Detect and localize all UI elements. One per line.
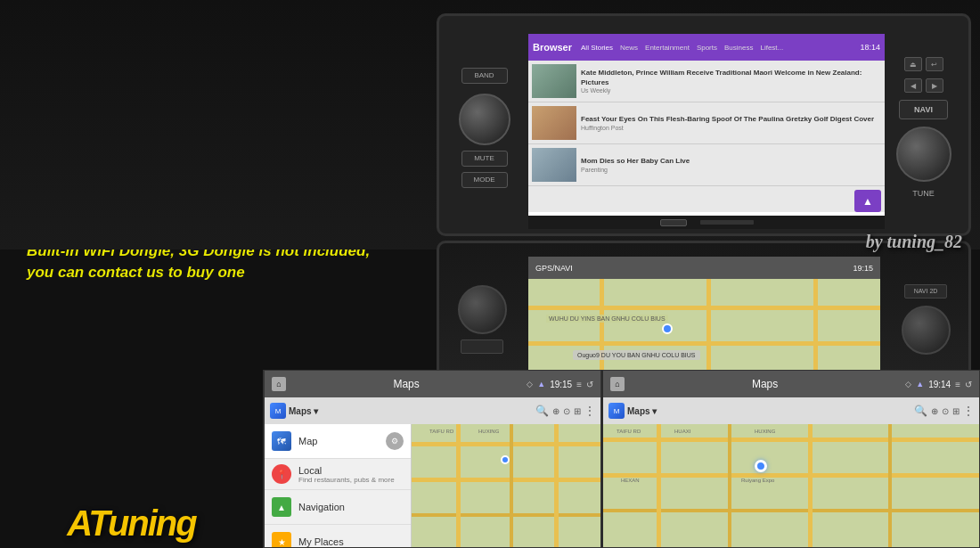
left-knob-bottom[interactable]: [458, 285, 507, 334]
map-settings-icon[interactable]: ⚙: [386, 432, 404, 450]
map1-content: 🗺 Map ⚙ 📍 Local Find restaurants, pubs &…: [265, 424, 600, 548]
news-item-2: Feast Your Eyes On This Flesh-Baring Spo…: [528, 102, 885, 144]
left-knob[interactable]: [459, 94, 510, 145]
band-button[interactable]: BAND: [461, 68, 508, 84]
tab-business[interactable]: Business: [724, 44, 753, 52]
scroll-up-button[interactable]: ▲: [854, 190, 881, 212]
news-thumb-2: [532, 106, 576, 140]
usb-port: [660, 219, 687, 226]
maps-label-1: Maps ▾: [289, 406, 318, 416]
news-headline-1: Kate Middleton, Prince William Receive T…: [581, 69, 881, 87]
map1-road-h2: [412, 478, 600, 482]
map-label-places: My Places: [298, 536, 344, 547]
tab-sports[interactable]: Sports: [697, 44, 717, 52]
news-thumb-3: [532, 148, 576, 182]
map2-label-5: Ruiyang Expo: [741, 478, 774, 483]
logo-text: ATuning: [67, 503, 195, 543]
device-frame-top: BAND MUTE MODE Browser All Stories News …: [437, 13, 971, 236]
browser-time: 18:14: [860, 43, 880, 52]
eject-icon[interactable]: ⏏: [904, 57, 922, 71]
map-item-icon-map: 🗺: [272, 431, 291, 451]
map1-more-icon[interactable]: ⋮: [584, 405, 595, 417]
tab-entertainment[interactable]: Entertainment: [645, 44, 690, 52]
left-controls: BAND MUTE MODE: [446, 25, 522, 230]
map1-layers-icon[interactable]: ⊕: [552, 406, 559, 416]
map1-refresh-icon[interactable]: ↺: [586, 380, 593, 389]
map2-label-2: HUAXI: [674, 429, 690, 434]
browser-title: Browser: [533, 42, 572, 53]
navi-button[interactable]: NAVI: [899, 100, 948, 119]
mode-button[interactable]: MODE: [461, 172, 508, 188]
news-headline-3: Mom Dies so Her Baby Can Live: [581, 157, 690, 166]
logo: ATuning: [67, 503, 195, 544]
map1-road-v2: [510, 424, 513, 548]
map1-sidebar-item-places[interactable]: ★ My Places: [265, 525, 411, 548]
map-item-icon-local: 📍: [272, 464, 291, 484]
main-container: Surf Internet Online shopping Google map…: [0, 0, 980, 548]
map1-map-area: TAIFU RD HUXING: [412, 424, 600, 548]
map2-location: [755, 460, 767, 472]
map2-refresh-icon[interactable]: ↺: [965, 380, 972, 389]
map2-road-v3: [808, 424, 813, 548]
map-sublabel-local: Find restaurants, pubs & more: [298, 476, 395, 484]
map1-title: Maps: [290, 378, 522, 390]
left-arrow-icon[interactable]: ◀: [904, 78, 922, 93]
map1-menu-icon[interactable]: ◇: [527, 380, 533, 389]
news-source-3: Parenting: [581, 167, 690, 173]
news-item-3: Mom Dies so Her Baby Can Live Parenting: [528, 144, 885, 186]
map-label-map: Map: [298, 436, 317, 446]
mid-icons: ◀ ▶: [904, 78, 943, 93]
mute-button[interactable]: MUTE: [461, 151, 508, 167]
bottom-screen-bar: GPS/NAVI 19:15: [528, 257, 880, 279]
bottom-btn-1[interactable]: [461, 339, 503, 354]
logo-area: ATuning: [0, 370, 263, 548]
news-content-3: Mom Dies so Her Baby Can Live Parenting: [581, 157, 690, 172]
map1-time: 19:15: [550, 380, 572, 389]
map1-list-icon[interactable]: ≡: [576, 380, 582, 389]
map1-sidebar-item-nav[interactable]: ▲ Navigation: [265, 490, 411, 525]
map1-top-bar: ⌂ Maps ◇ ▲ 19:15 ≡ ↺: [265, 371, 600, 397]
tab-news[interactable]: News: [620, 44, 638, 52]
map1-search-icon[interactable]: 🔍: [535, 405, 549, 417]
map-label-nav: Navigation: [298, 502, 345, 512]
map1-pin-icon[interactable]: ⊙: [563, 406, 570, 416]
map1-stack-icon[interactable]: ⊞: [574, 406, 581, 416]
right-knob[interactable]: [896, 127, 951, 182]
map2-logo-icon: M: [608, 403, 625, 419]
wifi-line2: you can contact us to buy one: [27, 264, 245, 281]
map2-label-4: HEXAN: [621, 478, 640, 483]
bottom-bar-label: GPS/NAVI: [535, 264, 573, 273]
map1-sidebar: 🗺 Map ⚙ 📍 Local Find restaurants, pubs &…: [265, 424, 412, 548]
map2-maps-logo: M Maps ▾: [608, 403, 657, 419]
news-source-2: Huffington Post: [581, 125, 874, 131]
map2-more-icon[interactable]: ⋮: [963, 405, 974, 417]
device-bottom-bar: [528, 216, 885, 229]
arrow-icon[interactable]: ↩: [926, 57, 943, 71]
screen-bottom: GPS/NAVI 19:15 WUHU DU YINS BAN GNHU COL…: [528, 257, 880, 386]
news-content-2: Feast Your Eyes On This Flesh-Baring Spo…: [581, 115, 874, 130]
map2-home-icon[interactable]: ⌂: [610, 377, 625, 391]
watermark: by tuning_82: [866, 232, 962, 521]
browser-tabs: All Stories News Entertainment Sports Bu…: [581, 44, 783, 52]
tab-lifestyle[interactable]: Lifest...: [760, 44, 783, 52]
tab-all-stories[interactable]: All Stories: [581, 44, 613, 52]
map1-sidebar-item-map[interactable]: 🗺 Map ⚙: [265, 424, 411, 459]
location-dot: [662, 323, 673, 334]
map1-road-h3: [412, 513, 600, 517]
map1-road-v3: [554, 424, 559, 548]
map1-maps-logo: M Maps ▾: [270, 403, 318, 419]
right-arrow-icon[interactable]: ▶: [926, 78, 943, 93]
map1-location: [501, 455, 510, 464]
map1-sidebar-item-local[interactable]: 📍 Local Find restaurants, pubs & more: [265, 459, 411, 490]
map2-road-v2: [728, 424, 731, 548]
map1-home-icon[interactable]: ⌂: [272, 377, 286, 391]
tune-label: TUNE: [912, 189, 935, 198]
map-label-local: Local: [298, 465, 395, 476]
news-source-1: Us Weekly: [581, 87, 881, 94]
scroll-up-area: ▲: [528, 186, 885, 212]
cd-slot: [700, 220, 754, 225]
map2-maps-label: Maps ▾: [627, 406, 657, 416]
map1-search-bar: M Maps ▾ 🔍 ⊕ ⊙ ⊞ ⋮: [265, 397, 600, 424]
left-controls-bottom: [446, 252, 518, 386]
map-item-text-local: Local Find restaurants, pubs & more: [298, 465, 395, 484]
